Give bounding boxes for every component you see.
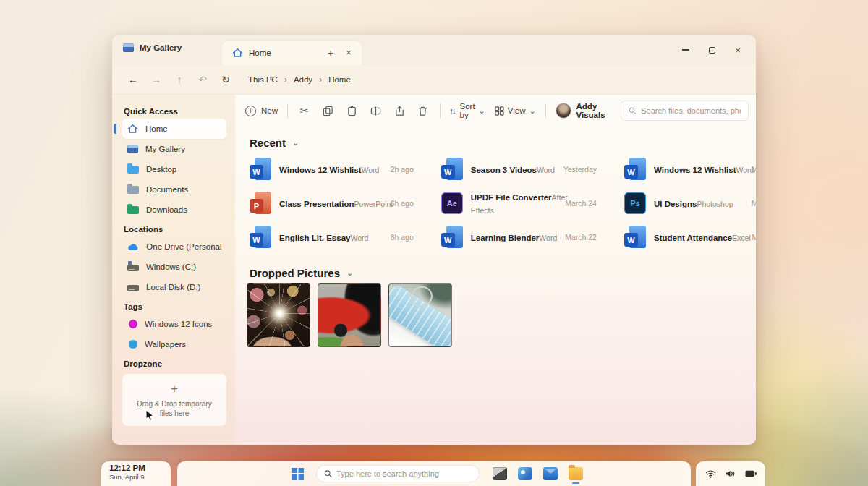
sidebar-item-label: Documents bbox=[146, 185, 188, 194]
folder-icon bbox=[127, 206, 139, 214]
breadcrumb-home[interactable]: Home bbox=[328, 75, 351, 84]
mail-app-icon[interactable] bbox=[543, 467, 558, 480]
copy-button[interactable] bbox=[321, 101, 336, 120]
window-body: Quick Access Home My Gallery Desktop Doc… bbox=[112, 94, 756, 445]
taskbar-search[interactable] bbox=[316, 465, 480, 482]
sidebar-item-home[interactable]: Home bbox=[122, 119, 226, 139]
navigation-bar: ← → ↑ ↶ ↻ This PC › Addy › Home bbox=[112, 65, 756, 94]
minimize-button[interactable] bbox=[678, 42, 694, 58]
sidebar-item-windows-12-icons[interactable]: Windows 12 Icons bbox=[122, 314, 226, 334]
explorer-search[interactable] bbox=[621, 101, 749, 121]
volume-icon[interactable] bbox=[726, 469, 736, 478]
rename-button[interactable] bbox=[368, 101, 383, 120]
refresh-button[interactable]: ↻ bbox=[216, 74, 235, 85]
file-card[interactable]: Ae UPDF File ConverterAfter Effects Marc… bbox=[438, 186, 603, 220]
file-card[interactable]: W English Lit. EssayWord 8h ago bbox=[247, 220, 420, 254]
tag-blue-icon bbox=[129, 340, 137, 349]
dropzone[interactable]: + Drag & Drop temporary files here bbox=[122, 374, 226, 426]
sidebar-item-wallpapers[interactable]: Wallpapers bbox=[122, 334, 226, 354]
sparkler-photo-thumbnail[interactable] bbox=[247, 284, 310, 347]
undo-button[interactable]: ↶ bbox=[193, 74, 212, 85]
profile-button[interactable]: Addy Visuals bbox=[556, 102, 611, 119]
sidebar-item-documents[interactable]: Documents bbox=[122, 179, 226, 200]
file-card[interactable]: W Windows 12 WishlistWord March 19 bbox=[621, 152, 756, 186]
share-icon bbox=[394, 106, 405, 116]
word-file-icon: W bbox=[250, 158, 271, 180]
gallery-icon bbox=[123, 43, 134, 52]
paste-button[interactable] bbox=[344, 101, 359, 120]
trash-icon bbox=[417, 106, 428, 116]
maximize-button[interactable] bbox=[704, 42, 720, 58]
desktop-preview-app-icon[interactable] bbox=[493, 467, 507, 480]
tab-home[interactable]: Home + × bbox=[222, 40, 362, 65]
share-button[interactable] bbox=[392, 101, 407, 120]
sidebar-section-dropzone: Dropzone bbox=[124, 359, 226, 368]
sidebar-item-my-gallery[interactable]: My Gallery bbox=[122, 139, 226, 159]
file-card[interactable]: W Student AttendanceExcel March 11 bbox=[621, 220, 756, 254]
file-card[interactable]: W Season 3 VideosWord Yesterday bbox=[438, 152, 603, 186]
sidebar-item-downloads[interactable]: Downloads bbox=[122, 200, 226, 220]
recent-title: Recent bbox=[250, 137, 286, 149]
battery-icon[interactable] bbox=[745, 470, 757, 477]
file-card[interactable]: W Windows 12 WishlistWord 2h ago bbox=[247, 152, 420, 186]
sidebar-item-windows-c[interactable]: Windows (C:) bbox=[122, 257, 226, 277]
red-car-dog-photo-thumbnail[interactable] bbox=[318, 284, 381, 347]
file-date: March 24 bbox=[565, 199, 597, 208]
file-date: 8h ago bbox=[391, 233, 414, 242]
sidebar-item-desktop[interactable]: Desktop bbox=[122, 159, 226, 179]
file-name: Windows 12 Wishlist bbox=[279, 166, 362, 174]
delete-button[interactable] bbox=[416, 101, 430, 120]
file-type: Photoshop bbox=[697, 200, 733, 208]
sidebar-item-onedrive[interactable]: One Drive (Personal) bbox=[122, 236, 226, 257]
face-mask-photo-thumbnail[interactable] bbox=[388, 284, 452, 347]
window-controls: × bbox=[678, 42, 746, 58]
file-date: 6h ago bbox=[391, 199, 414, 208]
explorer-search-input[interactable] bbox=[641, 106, 741, 115]
cut-button[interactable]: ✂ bbox=[297, 101, 312, 120]
sidebar: Quick Access Home My Gallery Desktop Doc… bbox=[112, 95, 235, 445]
file-explorer-app-icon[interactable] bbox=[569, 467, 583, 480]
dropped-pictures-header[interactable]: Dropped Pictures ⌄ bbox=[250, 267, 743, 279]
file-name: Learning Blender bbox=[471, 234, 540, 242]
view-dropdown[interactable]: View ⌄ bbox=[495, 106, 536, 116]
file-card[interactable]: P Class PresentationPowerPoint 6h ago bbox=[247, 186, 420, 220]
file-meta: UI DesignsPhotoshop bbox=[654, 197, 744, 210]
forward-button[interactable]: → bbox=[147, 74, 166, 85]
file-name: UPDF File Converter bbox=[471, 193, 552, 202]
taskbar-search-input[interactable] bbox=[336, 469, 472, 478]
breadcrumb-this-pc[interactable]: This PC bbox=[248, 75, 278, 84]
start-button[interactable] bbox=[292, 468, 304, 480]
new-button[interactable]: + New bbox=[245, 106, 278, 116]
recent-grid: W Windows 12 WishlistWord 2h ago W Seaso… bbox=[247, 152, 743, 254]
drive-icon bbox=[127, 285, 139, 291]
breadcrumb-separator: › bbox=[284, 74, 287, 85]
file-meta: UPDF File ConverterAfter Effects bbox=[471, 190, 557, 216]
sidebar-item-label: Downloads bbox=[146, 205, 187, 214]
sort-by-dropdown[interactable]: ↑↓ Sort by ⌄ bbox=[450, 102, 485, 119]
file-type: Word bbox=[362, 166, 380, 174]
tag-magenta-icon bbox=[129, 320, 137, 328]
new-tab-button[interactable]: + bbox=[324, 47, 337, 59]
file-card[interactable]: Ps UI DesignsPhotoshop March 15 bbox=[621, 186, 756, 220]
file-meta: Windows 12 WishlistWord bbox=[279, 163, 383, 176]
system-tray bbox=[696, 461, 765, 486]
file-name: UI Designs bbox=[654, 200, 697, 208]
close-tab-button[interactable]: × bbox=[343, 48, 354, 58]
photos-app-icon[interactable] bbox=[518, 467, 532, 480]
mouse-cursor bbox=[145, 409, 155, 422]
breadcrumb-addy[interactable]: Addy bbox=[294, 75, 312, 84]
file-card[interactable]: W Learning BlenderWord March 22 bbox=[438, 220, 603, 254]
sidebar-item-label: My Gallery bbox=[145, 145, 185, 153]
recent-section-header[interactable]: Recent ⌄ bbox=[250, 137, 743, 149]
up-button[interactable]: ↑ bbox=[170, 74, 189, 85]
sidebar-item-local-disk-d[interactable]: Local Disk (D:) bbox=[122, 277, 226, 297]
search-icon bbox=[629, 106, 637, 115]
back-button[interactable]: ← bbox=[124, 74, 142, 85]
sidebar-item-label: One Drive (Personal) bbox=[146, 242, 221, 251]
close-window-button[interactable]: × bbox=[730, 42, 746, 58]
taskbar-clock[interactable]: 12:12 PM Sun, April 9 bbox=[101, 461, 171, 486]
avatar bbox=[556, 103, 571, 119]
taskbar-apps bbox=[493, 467, 583, 480]
wifi-icon[interactable] bbox=[705, 469, 716, 478]
file-type: Word bbox=[350, 234, 368, 242]
